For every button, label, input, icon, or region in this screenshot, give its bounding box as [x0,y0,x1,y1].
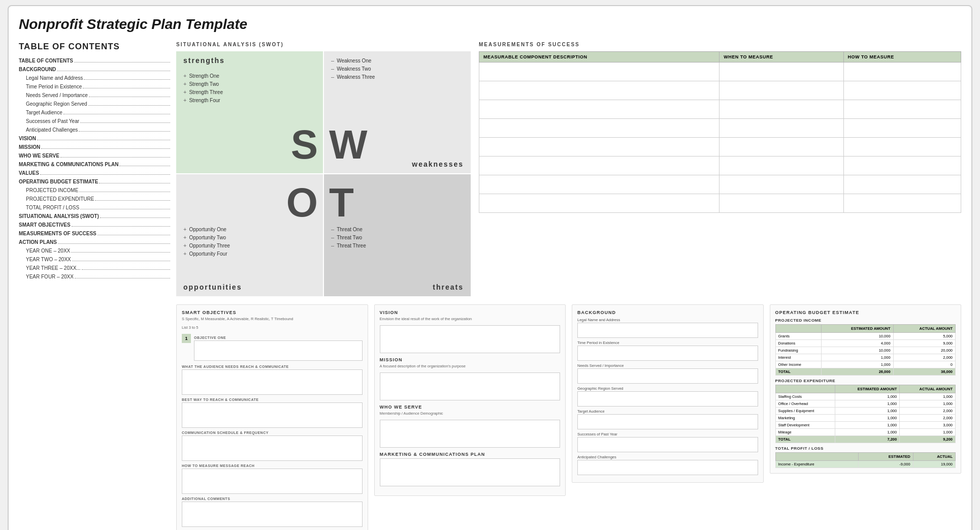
measurement-cell[interactable] [479,119,720,138]
smart-how-field[interactable] [182,469,363,494]
toc-item: SITUATIONAL ANALYSIS (SWOT) [19,212,171,220]
toc-heading: TABLE OF CONTENTS [19,42,171,52]
exp-actual-0: 1,000 [900,393,956,400]
income-table: ESTIMATED AMOUNT ACTUAL AMOUNT Grants10,… [775,324,956,376]
exp-actual-6: 9,200 [900,436,956,443]
who-field[interactable] [380,420,561,448]
background-heading: BACKGROUND [577,310,758,315]
bg-field-label-1: Time Period in Existence [577,340,758,345]
exp-label-1: Office / Overhead [775,400,835,408]
exp-label-2: Supplies / Equipment [775,408,835,415]
toc-item: WHO WE SERVE [19,152,171,160]
bg-field-3[interactable] [577,391,758,407]
exp-label-3: Marketing [775,415,835,422]
smart-best-label: BEST WAY TO REACH & COMMUNICATE [182,398,363,401]
opportunity-1: + Opportunity One [183,226,316,232]
toc-item: VISION [19,135,171,142]
bg-field-6[interactable] [577,460,758,475]
smart-add-field[interactable] [182,502,363,527]
measurement-cell[interactable] [720,100,843,119]
exp-label-5: Mileage [775,429,835,436]
smart-add-label: ADDITIONAL COMMENTS [182,497,363,501]
exp-estimated-2: 1,000 [835,408,900,415]
exp-estimated-0: 1,000 [835,393,900,400]
income-col-2: ACTUAL AMOUNT [893,325,955,333]
measurement-cell[interactable] [843,194,961,213]
measurement-cell[interactable] [843,100,961,119]
smart-obj-field-1[interactable] [194,340,363,361]
bg-field-5[interactable] [577,437,758,452]
exp-estimated-4: 1,000 [835,422,900,429]
toc-item: Target Audience [19,109,171,116]
swot-strengths: strengths + Strength One + Strength Two … [176,51,323,173]
smart-how-label: HOW TO MEASURE MESSAGE REACH [182,464,363,467]
vision-field[interactable] [380,325,561,353]
profit-table: ESTIMATED ACTUAL Income - Expenditure-9,… [775,452,956,468]
smart-what-field[interactable] [182,369,363,395]
measurement-cell[interactable] [843,138,961,157]
income-label-4: Other Income [775,361,821,368]
smart-num-1: 1 [182,334,191,343]
measurement-cell[interactable] [843,63,961,81]
threats-big-t: T [329,179,354,226]
measurement-cell[interactable] [843,157,961,175]
income-actual-5: 36,000 [893,368,955,376]
measurement-cell[interactable] [720,157,843,175]
measurement-cell[interactable] [720,138,843,157]
bg-field-0[interactable] [577,323,758,338]
measurement-cell[interactable] [720,194,843,213]
measurement-cell[interactable] [720,175,843,194]
measurement-cell[interactable] [720,63,843,81]
measurement-cell[interactable] [720,119,843,138]
measurement-cell[interactable] [479,157,720,175]
toc-item: TABLE OF CONTENTS [19,57,171,65]
vision-description: Envision the ideal result of the work of… [380,317,561,321]
toc-item: MISSION [19,143,171,151]
bg-field-4[interactable] [577,414,758,429]
smart-best-field[interactable] [182,402,363,428]
threat-2: – Threat Two [331,234,464,240]
income-label-1: Donations [775,340,821,347]
toc-item: PROJECTED INCOME [19,186,171,194]
bottom-row: SMART OBJECTIVES S Specific, M Measurabl… [176,304,961,530]
income-actual-1: 9,000 [893,340,955,347]
weaknesses-items: – Weakness One – Weakness Two – Weakness… [331,57,464,80]
measurements-section: MEASUREMENTS OF SUCCESS MEASURABLE COMPO… [479,42,961,213]
exp-col-2: ACTUAL AMOUNT [900,385,956,393]
measurement-cell[interactable] [479,100,720,119]
bg-field-label-4: Target Audience [577,409,758,414]
toc-item: VALUES [19,169,171,177]
bg-field-2[interactable] [577,368,758,384]
toc-item: SMART OBJECTIVES [19,221,171,229]
mission-field[interactable] [380,372,561,400]
swot-threats: T – Threat One – Threat Two – Threat Thr… [324,174,471,296]
toc-item: Needs Served / Importance [19,91,171,99]
bg-field-1[interactable] [577,346,758,361]
smart-what-label: WHAT THE AUDIENCE NEEDS REACH & COMMUNIC… [182,365,363,368]
smart-comm-field[interactable] [182,435,363,461]
toc-item: YEAR THREE – 20XX... [19,264,171,272]
exp-actual-4: 3,000 [900,422,956,429]
weakness-1: – Weakness One [331,57,464,64]
weaknesses-label: weaknesses [412,160,464,168]
bg-field-label-5: Successes of Past Year [577,432,758,437]
toc-item: BACKGROUND [19,66,171,73]
measurement-cell[interactable] [479,138,720,157]
measurement-cell[interactable] [479,81,720,100]
income-label-0: Grants [775,333,821,340]
main-content: SITUATIONAL ANALYSIS (SWOT) strengths + … [176,42,961,530]
measurement-cell[interactable] [843,175,961,194]
measurement-cell[interactable] [843,81,961,100]
income-estimated-5: 26,000 [821,368,893,376]
smart-heading: SMART OBJECTIVES [182,310,363,315]
measurement-cell[interactable] [843,119,961,138]
measurement-cell[interactable] [720,81,843,100]
background-fields: Legal Name and AddressTime Period in Exi… [577,318,758,475]
marketing-field[interactable] [380,458,561,486]
income-estimated-4: 1,000 [821,361,893,368]
threat-3: – Threat Three [331,242,464,248]
measurement-cell[interactable] [479,194,720,213]
measurement-cell[interactable] [479,175,720,194]
strength-3: + Strength Three [183,89,316,95]
measurement-cell[interactable] [479,63,720,81]
